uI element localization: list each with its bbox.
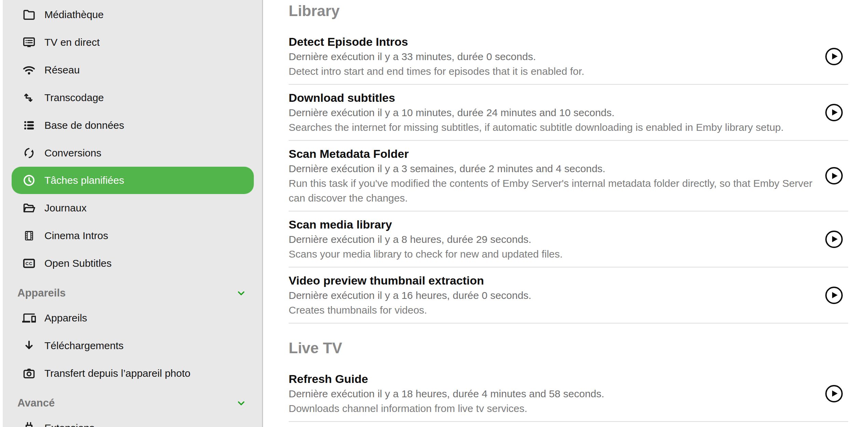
- svg-text:CC: CC: [26, 261, 33, 266]
- task-last-run: Dernière exécution il y a 3 semaines, du…: [289, 161, 817, 176]
- section-label: Avancé: [17, 397, 55, 409]
- sidebar-item-label: Conversions: [44, 147, 101, 159]
- folder-icon: [22, 8, 36, 22]
- live-tv-icon: [22, 36, 36, 49]
- play-icon: [832, 292, 838, 298]
- database-icon: [22, 119, 36, 132]
- play-icon: [832, 173, 838, 179]
- plugin-icon: [22, 421, 36, 427]
- left-edge: [0, 0, 3, 427]
- cc-icon: CC: [22, 257, 36, 270]
- section-label: Appareils: [17, 287, 66, 299]
- task-text: Scan Metadata Folder Dernière exécution …: [289, 146, 825, 205]
- task-last-run: Dernière exécution il y a 8 heures, duré…: [289, 232, 817, 247]
- play-icon: [832, 53, 838, 59]
- task-row-download-subtitles[interactable]: Download subtitles Dernière exécution il…: [289, 85, 848, 141]
- sidebar-item-journaux[interactable]: Journaux: [3, 194, 262, 222]
- task-text: Scan media library Dernière exécution il…: [289, 217, 825, 261]
- sidebar-item-label: Transfert depuis l’appareil photo: [44, 368, 190, 379]
- film-icon: [22, 229, 36, 243]
- sidebar-section-appareils[interactable]: Appareils: [3, 282, 262, 304]
- sidebar-item-transcodage[interactable]: Transcodage: [3, 84, 262, 111]
- task-description: Downloads channel information from live …: [289, 401, 817, 416]
- sidebar-item-telechargements[interactable]: Téléchargements: [3, 332, 262, 359]
- task-row-refresh-guide[interactable]: Refresh Guide Dernière exécution il y a …: [289, 366, 848, 422]
- sidebar-item-reseau[interactable]: Réseau: [3, 56, 262, 84]
- task-title: Download subtitles: [289, 90, 817, 105]
- chevron-down-icon: [236, 288, 247, 299]
- sync-icon: [22, 146, 36, 160]
- sidebar-item-open-subtitles[interactable]: CC Open Subtitles: [3, 249, 262, 277]
- play-icon: [832, 109, 838, 115]
- task-text: Download subtitles Dernière exécution il…: [289, 90, 825, 135]
- task-description: Creates thumbnails for videos.: [289, 303, 817, 317]
- run-task-button[interactable]: [825, 167, 843, 184]
- task-title: Video preview thumbnail extraction: [289, 273, 817, 288]
- task-last-run: Dernière exécution il y a 10 minutes, du…: [289, 105, 817, 120]
- task-description: Scans your media library to check for ne…: [289, 247, 817, 261]
- section-title-live-tv: Live TV: [289, 339, 848, 357]
- sidebar-section-avance[interactable]: Avancé: [3, 392, 262, 414]
- transcode-icon: [22, 91, 36, 105]
- task-text: Detect Episode Intros Dernière exécution…: [289, 34, 825, 79]
- sidebar-item-label: Réseau: [44, 64, 80, 76]
- task-title: Detect Episode Intros: [289, 34, 817, 49]
- task-description: Run this task if you've modified the con…: [289, 176, 817, 205]
- play-icon: [832, 390, 838, 397]
- camera-icon: [22, 367, 36, 380]
- task-description: Detect intro start and end times for epi…: [289, 64, 817, 79]
- task-text: Video preview thumbnail extraction Derni…: [289, 273, 825, 317]
- emby-settings-screen: Médiathèque TV en direct Réseau: [0, 0, 868, 427]
- sidebar-item-label: Extensions: [44, 422, 95, 427]
- task-title: Refresh Guide: [289, 371, 817, 386]
- sidebar-item-mediatheque[interactable]: Médiathèque: [3, 1, 262, 28]
- download-icon: [22, 339, 36, 353]
- task-title: Scan Metadata Folder: [289, 146, 817, 161]
- task-row-video-preview-thumbnail-extraction[interactable]: Video preview thumbnail extraction Derni…: [289, 267, 848, 323]
- sidebar-item-cinema-intros[interactable]: Cinema Intros: [3, 222, 262, 249]
- task-last-run: Dernière exécution il y a 16 heures, dur…: [289, 288, 817, 303]
- sidebar-item-label: TV en direct: [44, 37, 100, 48]
- task-text: Refresh Guide Dernière exécution il y a …: [289, 371, 825, 416]
- sidebar-item-label: Base de données: [44, 120, 124, 131]
- sidebar-item-conversions[interactable]: Conversions: [3, 139, 262, 167]
- sidebar-item-label: Médiathèque: [44, 9, 104, 20]
- sidebar-item-label: Appareils: [44, 312, 87, 324]
- sidebar-item-taches-planifiees[interactable]: Tâches planifiées: [12, 167, 254, 194]
- task-row-scan-metadata-folder[interactable]: Scan Metadata Folder Dernière exécution …: [289, 141, 848, 211]
- sidebar-item-label: Journaux: [44, 202, 86, 214]
- open-folder-icon: [22, 201, 36, 215]
- scheduled-tasks-content: Library Detect Episode Intros Dernière e…: [263, 0, 868, 427]
- devices-icon: [22, 311, 36, 325]
- play-icon: [832, 236, 838, 242]
- task-title: Scan media library: [289, 217, 817, 232]
- run-task-button[interactable]: [825, 385, 843, 402]
- section-title-library: Library: [289, 2, 848, 20]
- run-task-button[interactable]: [825, 287, 843, 304]
- run-task-button[interactable]: [825, 104, 843, 121]
- task-last-run: Dernière exécution il y a 33 minutes, du…: [289, 49, 817, 64]
- task-last-run: Dernière exécution il y a 18 heures, dur…: [289, 386, 817, 401]
- chevron-down-icon: [236, 398, 247, 409]
- sidebar-item-base-de-donnees[interactable]: Base de données: [3, 111, 262, 139]
- settings-sidebar: Médiathèque TV en direct Réseau: [3, 0, 263, 427]
- sidebar-item-tv-en-direct[interactable]: TV en direct: [3, 28, 262, 56]
- sidebar-item-label: Open Subtitles: [44, 258, 112, 269]
- task-row-scan-media-library[interactable]: Scan media library Dernière exécution il…: [289, 211, 848, 267]
- run-task-button[interactable]: [825, 48, 843, 65]
- run-task-button[interactable]: [825, 231, 843, 248]
- task-row-detect-episode-intros[interactable]: Detect Episode Intros Dernière exécution…: [289, 29, 848, 85]
- wifi-icon: [22, 63, 36, 77]
- sidebar-item-label: Tâches planifiées: [44, 175, 124, 186]
- sidebar-item-transfert-appareil-photo[interactable]: Transfert depuis l’appareil photo: [3, 359, 262, 387]
- clock-icon: [22, 174, 36, 187]
- sidebar-item-label: Téléchargements: [44, 340, 124, 352]
- task-description: Searches the internet for missing subtit…: [289, 120, 817, 135]
- sidebar-item-label: Cinema Intros: [44, 230, 108, 242]
- sidebar-item-appareils[interactable]: Appareils: [3, 304, 262, 332]
- sidebar-item-label: Transcodage: [44, 92, 104, 104]
- sidebar-item-extensions[interactable]: Extensions: [3, 414, 262, 427]
